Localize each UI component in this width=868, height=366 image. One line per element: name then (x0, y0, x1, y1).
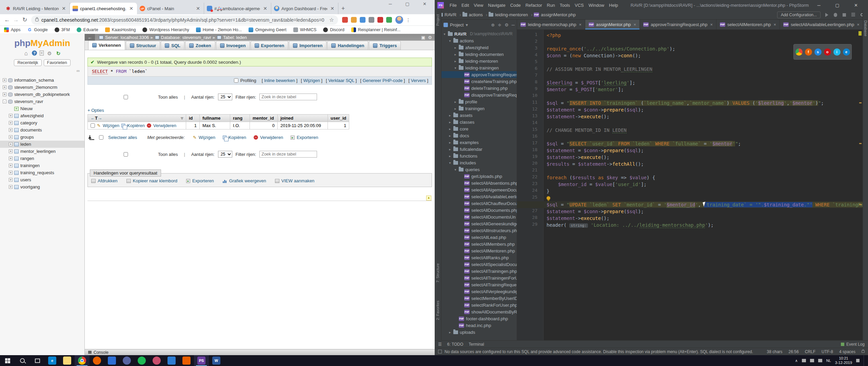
project-item-assets[interactable]: ▸assets (441, 112, 517, 119)
tree-arrow-icon[interactable]: ▸ (454, 59, 457, 63)
taskbar-app-spotify[interactable] (134, 355, 149, 366)
column-header-id[interactable]: id (186, 115, 200, 122)
unlink-panel-icon[interactable]: ∞ (0, 68, 84, 73)
project-item-selectMemberByUserID[interactable]: PHPselectMemberByUserID (441, 295, 517, 302)
project-item-queries[interactable]: ▾queries (441, 166, 517, 173)
tab-invoegen[interactable]: Invoegen (216, 41, 250, 50)
row-action-verwijderen[interactable]: Verwijderen (153, 123, 176, 128)
tab-favorites-vertical[interactable]: 2: Favorites (436, 301, 440, 320)
taskbar-app-chrome[interactable] (75, 355, 90, 366)
opera-icon[interactable]: o (824, 48, 831, 56)
tab-close-icon[interactable]: ✕ (195, 6, 201, 11)
tree-arrow-icon[interactable]: ▾ (448, 161, 452, 165)
menu-run[interactable]: Run (545, 3, 557, 8)
project-item-uploads[interactable]: ▸uploads (441, 329, 517, 336)
forward-icon[interactable]: → (12, 17, 20, 23)
chrome-window-controls[interactable]: ─ ▢ ✕ (389, 1, 433, 6)
project-item-head.inc.php[interactable]: PHPhead.inc.php (441, 322, 517, 329)
tree-expander-icon[interactable]: + (9, 185, 13, 189)
tab-importeren[interactable]: Importeren (289, 41, 327, 50)
code-line[interactable] (544, 134, 863, 140)
profile-avatar[interactable] (395, 16, 403, 24)
tray-icon[interactable] (802, 359, 806, 362)
extension-icon[interactable] (360, 17, 366, 23)
firefox-icon[interactable]: f (805, 48, 812, 56)
browser-tab[interactable]: ✱RAVR Leiding - Mentoren✕ (3, 3, 70, 14)
project-item-selectRankForUser.php[interactable]: PHPselectRankForUser.php (441, 302, 517, 308)
pma-tree-item-training_requests[interactable]: +training_requests (0, 169, 84, 176)
notification-center-icon[interactable] (856, 359, 860, 362)
tree-arrow-icon[interactable]: ▸ (454, 53, 457, 56)
extension-icon[interactable] (377, 17, 383, 23)
project-item-selectAllRanks.php[interactable]: PHPselectAllRanks.php (441, 254, 517, 261)
tree-expander-icon[interactable]: + (3, 85, 6, 89)
row-action-wijzigen[interactable]: Wijzigen (103, 123, 119, 128)
code-line[interactable]: <?php (544, 32, 863, 39)
project-item-selectAllLead.php[interactable]: PHPselectAllLead.php (441, 234, 517, 241)
console-icon[interactable]: ▣ (421, 35, 425, 40)
project-item-selectAllMentoren.php[interactable]: PHPselectAllMentoren.php (441, 247, 517, 254)
bookmark-item[interactable]: Omgeving Geert (249, 27, 287, 32)
link-wijzigen[interactable]: Wijzigen (303, 78, 320, 83)
selected-action-kopiëren[interactable]: Kopiëren (229, 135, 246, 140)
bookmark-item[interactable]: Home - 2lemon Ho... (196, 27, 242, 32)
tree-expander-icon[interactable]: + (9, 128, 13, 132)
chrome-menu-icon[interactable]: ⋮ (406, 17, 411, 23)
taskbar-app-discord[interactable] (119, 355, 134, 366)
readonly-lock-icon[interactable] (862, 350, 865, 353)
project-item-selectAllInstructeurs.php[interactable]: PHPselectAllInstructeurs.php (441, 227, 517, 234)
menu-vcs[interactable]: VCS (572, 3, 586, 8)
pma-tree-item-users[interactable]: +users (0, 176, 84, 183)
menu-tools[interactable]: Tools (557, 3, 572, 8)
event-log-button[interactable]: Event Log (846, 342, 865, 347)
code-line[interactable] (544, 93, 863, 100)
project-item-trainingen[interactable]: ▸trainingen (441, 105, 517, 112)
project-item-selectAllDocuments.php[interactable]: PHPselectAllDocuments.php (441, 207, 517, 214)
project-item-examples[interactable]: ▸examples (441, 139, 517, 146)
ie-icon[interactable]: i (833, 48, 841, 56)
bookmark-item[interactable]: GGoogle (27, 27, 48, 32)
project-item-classes[interactable]: ▸classes (441, 119, 517, 125)
browser-tab[interactable]: Argon Dashboard - Free Da✕ (271, 3, 338, 14)
menu-file[interactable]: File (447, 3, 459, 8)
project-item-actions[interactable]: ▾actions (441, 37, 517, 44)
tree-expander-icon[interactable]: + (9, 178, 13, 182)
tray-icon[interactable] (818, 359, 822, 362)
project-item-selectAllDocumentsUn[interactable]: PHPselectAllDocumentsUn (441, 214, 517, 220)
tree-expander-icon[interactable]: + (9, 142, 13, 146)
bookmark-star-icon[interactable]: ☆ (329, 17, 334, 23)
tree-expander-icon[interactable]: + (9, 121, 13, 125)
tree-arrow-icon[interactable]: ▾ (443, 32, 446, 36)
status-CRLF[interactable]: CRLF (805, 349, 815, 354)
pma-tree-item-information_schema[interactable]: +information_schema (0, 77, 84, 84)
taskbar-app-phpstorm[interactable]: PS (194, 355, 209, 366)
query-op-view-aanmaken[interactable]: VIEW aanmaken (275, 178, 315, 183)
extension-icon[interactable] (342, 17, 348, 23)
menu-window[interactable]: Window (586, 3, 607, 8)
status-4-spaces[interactable]: 4 spaces (839, 349, 855, 354)
column-header-rang[interactable]: rang (230, 115, 250, 122)
nav-collapse-icon[interactable]: ← (85, 34, 95, 41)
pma-tree-item-stevensm_db_polkipnetwork[interactable]: +stevensm_db_polkipnetwork (0, 91, 84, 98)
code-line[interactable]: $results = $statement->fetchAll(); (544, 161, 863, 167)
project-item-leiding-documenten[interactable]: ▸leiding-documenten (441, 51, 517, 58)
clock[interactable]: 10:21 3-12-2019 (835, 356, 852, 365)
url-text[interactable]: cpanel1.cheesehosting.net:2083/cpsess600… (41, 17, 327, 23)
project-item-docs[interactable]: ▸docs (441, 132, 517, 139)
tab-verkennen[interactable]: Verkennen (88, 40, 125, 50)
editor-tab-selectAllMentoren.php[interactable]: PHPselectAllMentoren.php× (716, 20, 780, 29)
back-icon[interactable]: ← (3, 17, 12, 23)
tree-arrow-icon[interactable]: ▸ (448, 134, 452, 138)
tree-expander-icon[interactable]: + (9, 164, 13, 167)
project-item-approveTrainingReques[interactable]: PHPapproveTrainingReques (441, 71, 517, 78)
tree-arrow-icon[interactable]: ▸ (454, 100, 457, 104)
code-line[interactable]: $sql = "INSERT INTO `trainingen` (`leerl… (544, 100, 863, 106)
tree-arrow-icon[interactable]: ▸ (454, 46, 457, 49)
extension-icon[interactable] (386, 17, 392, 23)
tree-expander-icon[interactable]: + (3, 78, 6, 82)
tab-close-icon[interactable]: ✕ (128, 6, 134, 11)
project-item-selectAllTrainingen.php[interactable]: PHPselectAllTrainingen.php (441, 268, 517, 274)
reload-icon[interactable]: ↻ (20, 16, 29, 23)
pma-tree-item-rangen[interactable]: +rangen (0, 155, 84, 162)
collapse-all-icon[interactable]: ≑ (498, 22, 501, 27)
